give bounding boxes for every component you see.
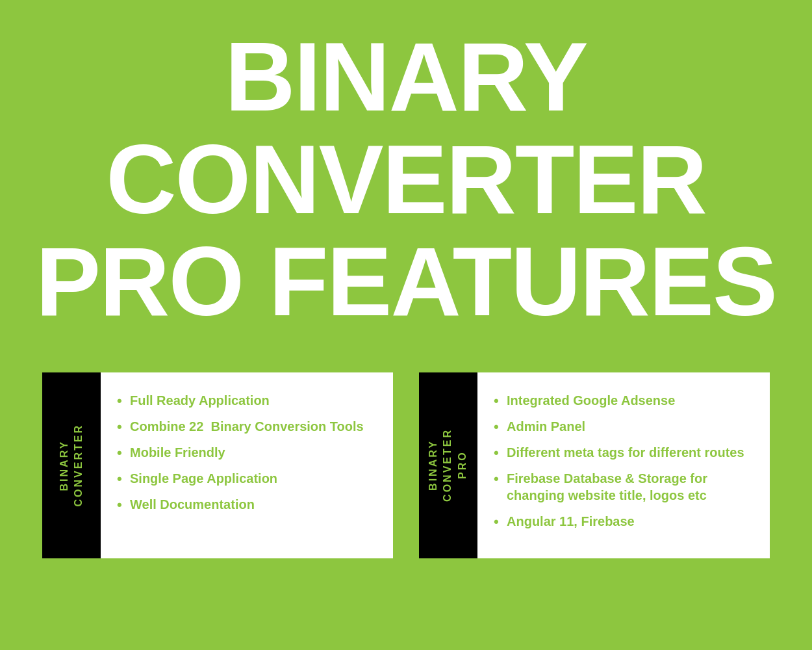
title-line2: PRO FEATURES bbox=[36, 227, 776, 336]
list-item: Angular 11, Firebase bbox=[494, 513, 754, 530]
feature-card-right: BINARYCONVETERPRO Integrated Google Adse… bbox=[419, 372, 770, 558]
list-item: Integrated Google Adsense bbox=[494, 392, 754, 409]
list-item: Combine 22 Binary Conversion Tools bbox=[117, 418, 377, 435]
title-line1: BINARY CONVERTER bbox=[106, 22, 706, 234]
card-left-sidebar-text: BINARYCONVERTER bbox=[57, 424, 86, 506]
list-item: Mobile Friendly bbox=[117, 444, 377, 461]
card-left-feature-list: Full Ready Application Combine 22 Binary… bbox=[117, 392, 377, 513]
card-right-content: Integrated Google Adsense Admin Panel Di… bbox=[477, 372, 770, 558]
list-item: Single Page Application bbox=[117, 470, 377, 487]
card-right-sidebar-text: BINARYCONVETERPRO bbox=[426, 428, 470, 502]
main-title-section: BINARY CONVERTER PRO FEATURES bbox=[0, 0, 812, 353]
card-right-sidebar: BINARYCONVETERPRO bbox=[419, 372, 477, 558]
list-item: Well Documentation bbox=[117, 496, 377, 513]
list-item: Full Ready Application bbox=[117, 392, 377, 409]
page-wrapper: BINARY CONVERTER PRO FEATURES BINARYCONV… bbox=[0, 0, 812, 578]
card-left-sidebar: BINARYCONVERTER bbox=[42, 372, 101, 558]
main-title: BINARY CONVERTER PRO FEATURES bbox=[26, 26, 786, 333]
list-item: Firebase Database & Storage for changing… bbox=[494, 470, 754, 504]
list-item: Admin Panel bbox=[494, 418, 754, 435]
card-left-content: Full Ready Application Combine 22 Binary… bbox=[101, 372, 393, 558]
list-item: Different meta tags for different routes bbox=[494, 444, 754, 461]
card-right-feature-list: Integrated Google Adsense Admin Panel Di… bbox=[494, 392, 754, 530]
feature-card-left: BINARYCONVERTER Full Ready Application C… bbox=[42, 372, 393, 558]
features-section: BINARYCONVERTER Full Ready Application C… bbox=[0, 353, 812, 578]
